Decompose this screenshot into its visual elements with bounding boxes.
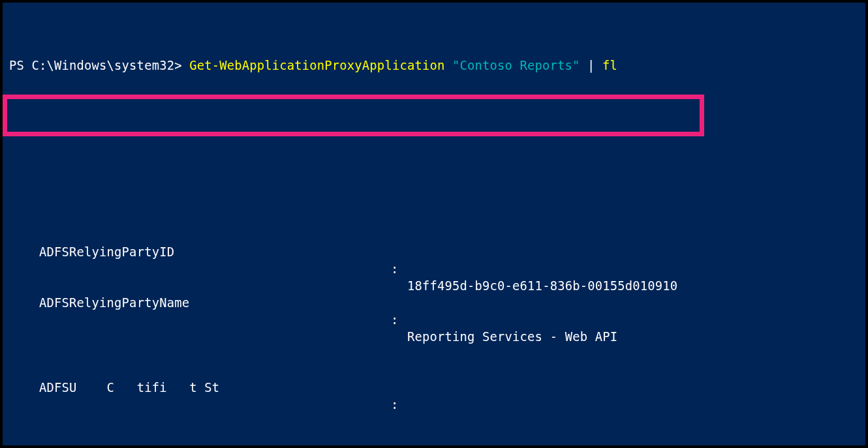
property-separator: :	[391, 312, 399, 329]
cmdlet-name: Get-WebApplicationProxyApplication	[189, 59, 444, 72]
property-separator: :	[391, 396, 399, 413]
pipe-operator: |	[580, 59, 603, 72]
powershell-terminal[interactable]: PS C:\Windows\system32> Get-WebApplicati…	[1, 1, 867, 447]
property-value: Reporting Services - Web API	[407, 329, 617, 346]
obscured-property-row: ADFSU C tifi t St :	[9, 363, 865, 380]
property-row: ADFSRelyingPartyName : Reporting Service…	[9, 278, 865, 295]
property-key: ADFSRelyingPartyID	[39, 244, 174, 261]
prompt-path: PS C:\Windows\system32>	[9, 59, 189, 72]
property-separator: :	[391, 261, 399, 278]
blank-line	[9, 142, 865, 159]
format-list-alias: fl	[602, 59, 617, 72]
command-line: PS C:\Windows\system32> Get-WebApplicati…	[9, 57, 865, 74]
cmdlet-arg: "Contoso Reports"	[452, 59, 580, 72]
property-key: ADFSRelyingPartyName	[39, 295, 189, 312]
highlight-annotation-box	[3, 95, 704, 136]
obscured-key-fragment: ADFSU C tifi t St	[39, 381, 219, 395]
property-row: ADFSRelyingPartyID : 18ff495d-b9c0-e611-…	[9, 227, 865, 244]
